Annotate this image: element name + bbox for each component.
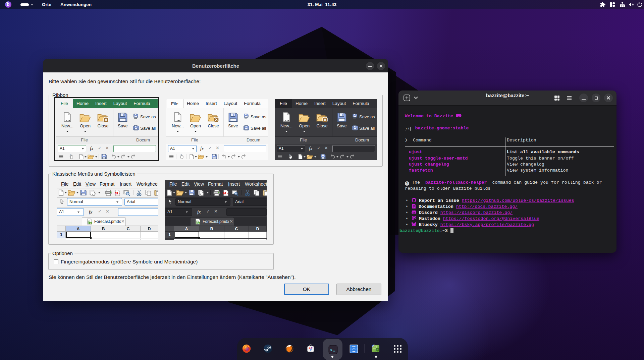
svg-text:P: P	[377, 348, 378, 351]
svg-text:>: >	[330, 348, 333, 352]
